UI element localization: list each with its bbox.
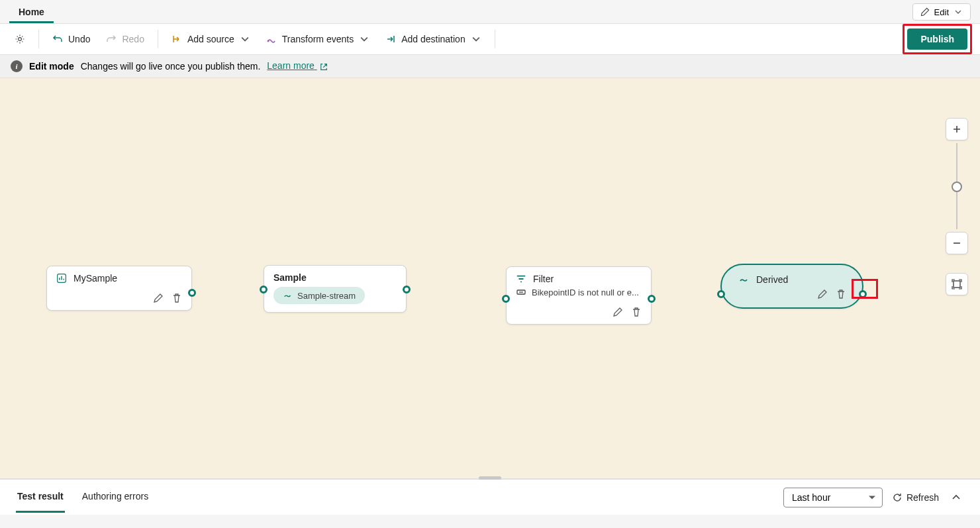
separator	[158, 30, 158, 48]
delete-node-button[interactable]	[836, 289, 848, 301]
svg-point-1	[267, 40, 269, 42]
transform-label: Transform events	[282, 34, 354, 44]
chevron-down-icon	[240, 34, 250, 44]
redo-label: Redo	[122, 34, 144, 44]
delete-node-button[interactable]	[172, 293, 183, 305]
input-port[interactable]	[717, 290, 725, 298]
add-destination-label: Add destination	[401, 34, 466, 44]
node-title: Filter	[533, 274, 554, 284]
output-port[interactable]	[648, 295, 656, 303]
refresh-icon	[892, 492, 903, 503]
input-port[interactable]	[502, 295, 510, 303]
zoom-in-button[interactable]	[946, 118, 968, 140]
add-source-label: Add source	[187, 34, 234, 44]
tab-bar: Home Edit	[0, 0, 980, 23]
edit-node-button[interactable]	[612, 307, 624, 319]
gear-icon	[15, 34, 25, 44]
edges	[0, 78, 199, 178]
zoom-slider[interactable]	[956, 143, 957, 229]
node-sample[interactable]: Sample Sample-stream	[264, 265, 407, 313]
stream-label: Sample-stream	[297, 291, 356, 301]
edit-node-button[interactable]	[153, 293, 165, 305]
tab-test-result[interactable]: Test result	[16, 482, 65, 513]
edit-node-button[interactable]	[817, 289, 829, 301]
learn-more-text: Learn more	[267, 60, 315, 71]
edit-mode-message: Changes will go live once you publish th…	[81, 61, 261, 72]
chevron-down-icon	[471, 34, 481, 44]
chevron-down-icon	[359, 34, 369, 44]
chevron-down-icon	[953, 7, 963, 17]
node-title: Derived	[756, 274, 788, 285]
stream-pill: Sample-stream	[273, 287, 365, 304]
resize-handle[interactable]	[479, 476, 501, 480]
svg-point-0	[19, 38, 22, 41]
stream-icon	[283, 290, 293, 301]
input-port[interactable]	[260, 286, 268, 293]
zoom-out-button[interactable]	[946, 232, 968, 254]
zoom-thumb[interactable]	[952, 182, 962, 192]
zoom-fit-button[interactable]	[946, 273, 968, 295]
transform-icon	[266, 34, 277, 44]
edit-label: Edit	[934, 7, 949, 17]
stream-icon	[739, 274, 750, 285]
add-destination-button[interactable]: Add destination	[379, 30, 488, 48]
node-filter[interactable]: Filter BikepointID is not null or e...	[506, 266, 652, 325]
svg-rect-4	[954, 281, 960, 288]
undo-label: Undo	[68, 34, 90, 44]
node-mysample[interactable]: MySample	[46, 266, 192, 311]
redo-button[interactable]: Redo	[99, 30, 150, 48]
canvas[interactable]: MySample Sample Sample-stream Filter	[0, 78, 980, 479]
add-source-button[interactable]: Add source	[165, 30, 257, 48]
output-port[interactable]	[403, 286, 411, 293]
publish-highlight: Publish	[903, 24, 972, 54]
edit-mode-label: Edit mode	[29, 61, 74, 72]
undo-icon	[52, 34, 63, 44]
settings-button[interactable]	[8, 30, 32, 48]
condition-icon	[516, 287, 526, 297]
transform-button[interactable]: Transform events	[260, 30, 376, 48]
separator	[495, 30, 495, 48]
node-title: Sample	[273, 272, 307, 283]
toolbar: Undo Redo Add source Transform events Ad…	[0, 23, 980, 55]
separator	[38, 30, 39, 48]
tab-authoring-errors[interactable]: Authoring errors	[81, 482, 150, 513]
filter-icon	[516, 274, 526, 284]
node-title: MySample	[74, 273, 117, 284]
tab-home[interactable]: Home	[9, 3, 54, 23]
redo-icon	[106, 34, 117, 44]
learn-more-link[interactable]: Learn more	[267, 60, 328, 72]
info-icon: i	[11, 60, 23, 72]
node-derived[interactable]: Derived	[720, 264, 863, 309]
info-bar: i Edit mode Changes will go live once yo…	[0, 55, 980, 78]
chart-icon	[56, 273, 67, 284]
output-port[interactable]	[188, 289, 196, 297]
filter-detail: BikepointID is not null or e...	[532, 288, 639, 297]
refresh-label: Refresh	[906, 492, 939, 503]
refresh-button[interactable]: Refresh	[892, 492, 939, 503]
edit-button[interactable]: Edit	[912, 3, 971, 21]
publish-button[interactable]: Publish	[907, 28, 967, 50]
output-port-highlight	[852, 279, 878, 299]
zoom-controls	[946, 118, 968, 295]
undo-button[interactable]: Undo	[46, 30, 97, 48]
expand-panel-button[interactable]	[948, 490, 964, 505]
source-icon	[172, 34, 182, 44]
bottom-panel: Test result Authoring errors Last hour R…	[0, 479, 980, 515]
time-range-select[interactable]: Last hour	[783, 488, 883, 507]
external-link-icon	[318, 62, 329, 72]
pencil-icon	[920, 7, 930, 17]
destination-icon	[385, 34, 396, 44]
delete-node-button[interactable]	[631, 307, 643, 319]
